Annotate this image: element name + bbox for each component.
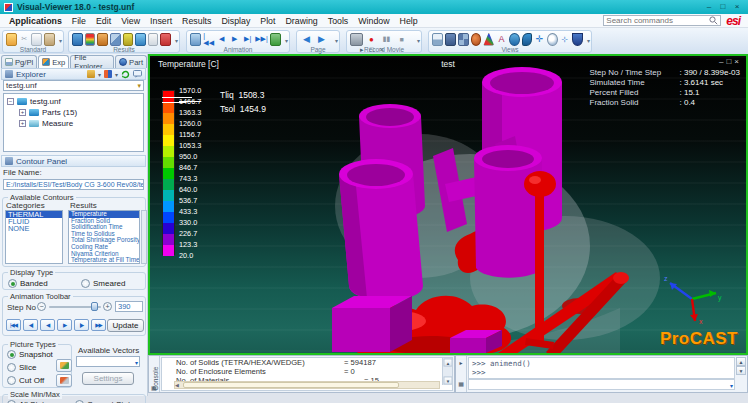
stop-icon[interactable]: ■	[395, 33, 408, 46]
chevron-down-icon[interactable]: ▾	[59, 37, 62, 44]
iso-surface-icon[interactable]	[123, 33, 134, 46]
chevron-down-icon[interactable]: ▾	[115, 71, 118, 78]
slider-handle[interactable]	[91, 302, 98, 311]
prev-page-icon[interactable]: ◀	[300, 33, 313, 46]
cut-icon[interactable]: ✂	[19, 33, 29, 46]
menu-drawing[interactable]: Drawing	[280, 16, 322, 26]
slice-radio[interactable]	[7, 363, 16, 372]
chevron-down-icon[interactable]: ▾	[98, 71, 101, 78]
next-page-icon[interactable]: ▶	[315, 33, 328, 46]
last-frame-icon[interactable]: ▶▶|	[255, 33, 268, 46]
step-forward-button[interactable]: |▶	[74, 319, 89, 331]
step-value-field[interactable]	[115, 301, 143, 312]
console-horizontal-scrollbar[interactable]: ◀	[174, 381, 440, 389]
search-input[interactable]	[606, 16, 709, 25]
play-backward-button[interactable]: ◀	[40, 319, 55, 331]
console-toggle-icon[interactable]: ▦	[151, 384, 157, 391]
list-item[interactable]: NONE	[6, 225, 62, 232]
zoom-fit-icon[interactable]: ⊹	[560, 33, 570, 46]
menu-tools[interactable]: Tools	[323, 16, 354, 26]
tab-pgpl[interactable]: Pg/Pl	[1, 55, 37, 68]
chevron-down-icon[interactable]: ▾	[285, 37, 288, 44]
scroll-left-icon[interactable]: ◀	[175, 382, 179, 389]
banded-radio[interactable]	[8, 279, 17, 288]
scrollbar-thumb[interactable]	[183, 382, 399, 388]
collapse-icon[interactable]: −	[7, 98, 14, 105]
paste-icon[interactable]	[44, 33, 55, 46]
console-vertical-scrollbar[interactable]: ▲ ▼	[442, 358, 452, 385]
chevron-down-icon[interactable]: ▾	[417, 37, 420, 44]
comment-icon[interactable]	[133, 70, 142, 78]
step-back-button[interactable]: ◀|	[23, 319, 38, 331]
search-box[interactable]	[603, 15, 721, 26]
menu-display[interactable]: Display	[216, 16, 255, 26]
chevron-down-icon[interactable]: ▾	[587, 37, 590, 44]
tab-file-explorer[interactable]: File Explorer	[70, 55, 114, 68]
categories-list[interactable]: THERMAL FLUID NONE	[5, 210, 63, 264]
menu-edit[interactable]: Edit	[91, 16, 116, 26]
step-decrement-icon[interactable]: −	[37, 302, 46, 311]
tree-node-measure[interactable]: + Measure	[7, 118, 143, 129]
results-list[interactable]: Temperature Fraction Solid Solidificatio…	[68, 210, 140, 264]
section-cut-icon[interactable]	[110, 33, 121, 46]
sphere-view-icon[interactable]	[471, 33, 482, 46]
explorer-file-combo[interactable]: testg.unf ▾	[3, 80, 144, 91]
fringe-plot-icon[interactable]	[85, 33, 96, 46]
contour-icon[interactable]	[72, 33, 83, 46]
play-icon[interactable]: ▶	[229, 33, 240, 46]
menu-applications[interactable]: Applications	[4, 16, 67, 26]
quad-view-icon[interactable]	[458, 33, 469, 46]
prev-frame-icon[interactable]: ◀	[216, 33, 227, 46]
axis-icon[interactable]	[483, 33, 494, 46]
scroll-down-icon[interactable]: ▼	[736, 366, 746, 375]
animation-setup-icon[interactable]	[190, 33, 201, 46]
spin-view-icon[interactable]	[522, 33, 533, 46]
fast-forward-button[interactable]: ▶▶	[91, 319, 106, 331]
file-path-field[interactable]: E:/Installs/ESI/Test/Body CG 3-600 Rev08…	[3, 179, 144, 190]
tools-x-icon[interactable]	[160, 33, 171, 46]
history-grid-icon[interactable]: ▦	[456, 380, 466, 387]
anchor-view-icon[interactable]	[572, 33, 583, 46]
menu-insert[interactable]: Insert	[145, 16, 177, 26]
rotate-view-icon[interactable]	[509, 33, 520, 46]
next-frame-icon[interactable]: ▶|	[242, 33, 253, 46]
python-command-input[interactable]: ▾	[468, 379, 735, 390]
export-animation-icon[interactable]	[270, 33, 281, 46]
settings-button[interactable]: Settings	[82, 372, 134, 385]
step-slider[interactable]	[49, 302, 101, 311]
copy-icon[interactable]	[31, 33, 42, 46]
pause-icon[interactable]: ▮▮	[380, 33, 393, 46]
run-command-icon[interactable]: ▸	[456, 359, 466, 366]
close-icon[interactable]: ×	[730, 2, 744, 13]
menu-view[interactable]: View	[116, 16, 145, 26]
tab-exp[interactable]: Exp	[38, 55, 69, 68]
chevron-down-icon[interactable]: ▾	[335, 37, 338, 44]
vector-plot-icon[interactable]	[97, 33, 108, 46]
3d-viewport[interactable]: Temperature [C] test –□× Step No / Time …	[148, 54, 748, 355]
console-tab[interactable]: Console ▦	[149, 356, 160, 392]
scroll-up-icon[interactable]: ▲	[444, 358, 453, 366]
minimize-icon[interactable]: –	[702, 2, 716, 13]
vectors-combo[interactable]: ▾	[76, 356, 140, 367]
smeared-radio[interactable]	[81, 279, 90, 288]
expand-icon[interactable]: +	[19, 120, 26, 127]
update-button[interactable]: Update	[107, 319, 144, 332]
open-file-icon[interactable]	[6, 33, 17, 46]
play-button[interactable]: ▶	[57, 319, 72, 331]
results-scrollbar[interactable]	[141, 210, 147, 264]
split-view-icon[interactable]	[432, 33, 443, 46]
step-increment-icon[interactable]: +	[103, 302, 112, 311]
refresh-icon[interactable]	[121, 70, 130, 79]
annotation-icon[interactable]: A	[496, 33, 506, 46]
single-view-icon[interactable]	[445, 33, 456, 46]
menu-plot[interactable]: Plot	[255, 16, 280, 26]
scroll-up-icon[interactable]: ▲	[736, 357, 746, 366]
menu-help[interactable]: Help	[395, 16, 423, 26]
cutoff-settings-button[interactable]	[56, 374, 72, 387]
filter-icon[interactable]	[87, 70, 95, 78]
tree-node-root[interactable]: − testg.unf	[7, 96, 143, 107]
console-messages[interactable]: No. of Solids (TETRA/HEXA/WEDGE)= 594187…	[161, 357, 453, 391]
snapshot-radio[interactable]	[7, 350, 16, 359]
first-frame-icon[interactable]: |◀◀	[203, 33, 214, 46]
zoom-icon[interactable]	[547, 33, 558, 46]
